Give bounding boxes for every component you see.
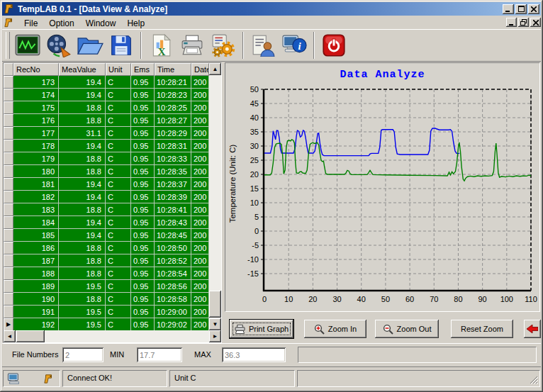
file-numbers-field[interactable] (62, 347, 103, 362)
table-row[interactable]: 18919.5C0.9510:28:56200 (4, 280, 209, 293)
title-bar[interactable]: TempLAB 0.1 - [Data View & Analyze] (2, 2, 541, 16)
cell-recno: 174 (13, 89, 59, 101)
vertical-scrollbar[interactable]: ▲ ▼ (209, 63, 221, 330)
minimize-button[interactable] (503, 4, 514, 14)
table-row[interactable]: 17419.4C0.9510:28:23200 (4, 89, 209, 101)
column-header-unit[interactable]: Unit (106, 63, 131, 76)
close-button[interactable] (528, 4, 539, 14)
svg-text:50: 50 (381, 295, 390, 303)
scroll-left-button[interactable]: ◄ (4, 330, 16, 342)
cell-date: 200 (191, 216, 209, 229)
cell-time: 10:28:52 (155, 254, 191, 267)
cell-time: 10:28:50 (155, 242, 191, 254)
print-graph-button[interactable]: Print Graph (230, 320, 293, 338)
maximize-button[interactable] (515, 4, 527, 14)
media-reel-button[interactable] (43, 30, 74, 60)
row-selector[interactable] (4, 229, 13, 242)
menu-option[interactable]: Option (43, 17, 79, 30)
table-row[interactable]: 18318.8C0.9510:28:41200 (4, 203, 209, 216)
row-selector[interactable] (4, 293, 13, 306)
table-row[interactable]: 18618.8C0.9510:28:50200 (4, 242, 209, 254)
print-button[interactable] (177, 30, 208, 60)
table-row[interactable]: 18119.4C0.9510:28:37200 (4, 178, 209, 191)
table-row[interactable]: 18718.8C0.9510:28:52200 (4, 254, 209, 267)
open-file-button[interactable] (74, 30, 106, 60)
row-selector[interactable] (4, 242, 13, 254)
row-selector[interactable]: ▶ (4, 318, 13, 330)
status-display-box (298, 347, 537, 363)
row-selector[interactable] (4, 152, 13, 165)
user-report-button[interactable] (247, 30, 279, 60)
child-minimize-button[interactable] (506, 18, 517, 27)
min-field[interactable] (137, 347, 182, 362)
column-header-recno[interactable]: RecNo (13, 63, 59, 76)
table-row[interactable]: 18519.4C0.9510:28:45200 (4, 229, 209, 242)
column-header-meavalue[interactable]: MeaValue (59, 63, 106, 76)
row-selector[interactable] (4, 114, 13, 127)
child-close-button[interactable] (530, 18, 541, 27)
scroll-up-button[interactable]: ▲ (209, 63, 221, 75)
table-row[interactable]: 18818.8C0.9510:28:54200 (4, 267, 209, 280)
menu-help[interactable]: Help (121, 17, 150, 30)
table-row[interactable]: 18419.4C0.9510:28:43200 (4, 216, 209, 229)
resize-grip[interactable] (530, 376, 538, 384)
column-header-ems[interactable]: Ems (131, 63, 155, 76)
system-info-button[interactable]: i (279, 30, 310, 60)
row-selector[interactable] (4, 280, 13, 293)
row-selector[interactable] (4, 76, 13, 89)
row-selector[interactable] (4, 216, 13, 229)
horizontal-scroll-thumb[interactable] (16, 330, 45, 342)
toolbar-separator (313, 32, 315, 59)
cell-date: 200 (191, 318, 209, 330)
export-excel-button[interactable]: X (145, 30, 177, 60)
cell-recno: 182 (13, 191, 59, 203)
thermometer-gun-icon (44, 373, 54, 385)
row-selector[interactable] (4, 127, 13, 140)
scroll-back-button[interactable] (524, 320, 541, 338)
table-row[interactable]: 17731.1C0.9510:28:29200 (4, 127, 209, 140)
row-selector[interactable] (4, 140, 13, 152)
table-row[interactable]: 17819.4C0.9510:28:31200 (4, 140, 209, 152)
table-row[interactable]: 19119.5C0.9510:29:00200 (4, 306, 209, 318)
row-selector[interactable] (4, 254, 13, 267)
scroll-down-button[interactable]: ▼ (209, 318, 221, 330)
waveform-monitor-button[interactable] (12, 30, 43, 60)
table-row[interactable]: 18018.8C0.9510:28:35200 (4, 165, 209, 178)
column-header-time[interactable]: Time (155, 63, 191, 76)
table-row[interactable]: 19018.8C0.9510:28:58200 (4, 293, 209, 306)
reset-zoom-button[interactable]: Reset Zoom (451, 320, 513, 338)
row-selector[interactable] (4, 191, 13, 203)
table-row[interactable]: 17618.8C0.9510:28:27200 (4, 114, 209, 127)
table-row[interactable]: 17918.8C0.9510:28:33200 (4, 152, 209, 165)
toolbar-grip[interactable] (6, 32, 10, 59)
horizontal-scrollbar[interactable]: ◄ ► (4, 330, 221, 342)
row-selector[interactable] (4, 178, 13, 191)
cell-date: 200 (191, 306, 209, 318)
scroll-right-button[interactable]: ► (209, 330, 221, 342)
table-row[interactable]: ▶19219.5C0.9510:29:02200 (4, 318, 209, 330)
vertical-scroll-thumb[interactable] (209, 291, 221, 318)
menu-file[interactable]: File (18, 17, 43, 30)
column-header-date[interactable]: Date (191, 63, 209, 76)
bottom-panel: File Numbers MIN MAX (2, 343, 541, 367)
table-row[interactable]: 17319.4C0.9510:28:21200 (4, 76, 209, 89)
power-exit-button[interactable] (318, 30, 349, 60)
settings-button[interactable] (208, 30, 239, 60)
row-selector[interactable] (4, 267, 13, 280)
chart-svg: 0102030405060708090100110504540353025201… (225, 63, 539, 311)
row-selector[interactable] (4, 89, 13, 101)
row-selector[interactable] (4, 306, 13, 318)
row-selector[interactable] (4, 165, 13, 178)
row-selector[interactable] (4, 101, 13, 114)
zoom-in-button[interactable]: Zoom In (304, 320, 366, 338)
max-field[interactable] (222, 347, 286, 362)
child-restore-button[interactable] (518, 18, 529, 27)
row-selector[interactable] (4, 203, 13, 216)
table-row[interactable]: 18219.4C0.9510:28:39200 (4, 191, 209, 203)
cell-ems: 0.95 (131, 101, 155, 114)
menu-window[interactable]: Window (80, 17, 122, 30)
cell-time: 10:28:41 (155, 203, 191, 216)
zoom-out-button[interactable]: Zoom Out (375, 320, 439, 338)
save-button[interactable] (106, 30, 137, 60)
table-row[interactable]: 17518.8C0.9510:28:25200 (4, 101, 209, 114)
